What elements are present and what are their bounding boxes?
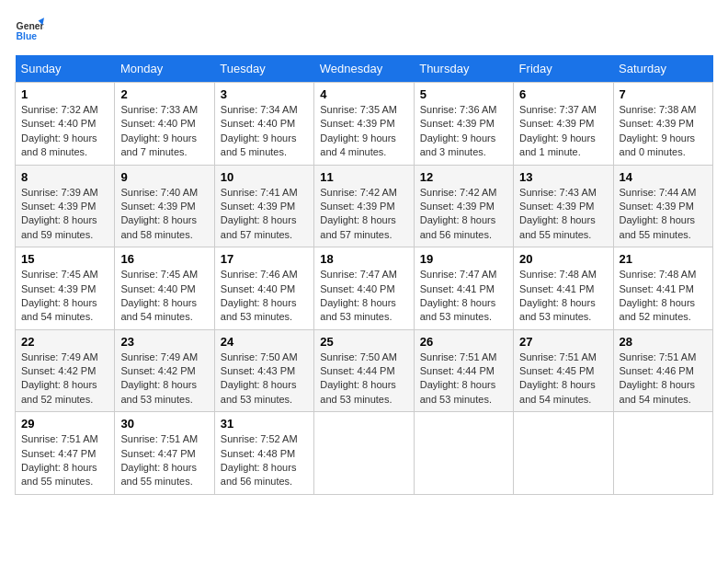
day-number: 26 xyxy=(420,335,507,349)
day-number: 14 xyxy=(620,170,707,184)
day-content: Sunrise: 7:33 AMSunset: 4:40 PMDaylight:… xyxy=(120,103,208,160)
day-number: 20 xyxy=(519,252,607,266)
day-content: Sunrise: 7:40 AMSunset: 4:39 PMDaylight:… xyxy=(120,186,208,243)
calendar-cell: 25Sunrise: 7:50 AMSunset: 4:44 PMDayligh… xyxy=(314,329,414,412)
calendar-cell: 16Sunrise: 7:45 AMSunset: 4:40 PMDayligh… xyxy=(115,247,214,330)
day-number: 29 xyxy=(21,417,108,431)
day-content: Sunrise: 7:43 AMSunset: 4:39 PMDaylight:… xyxy=(519,186,607,243)
weekday-friday: Friday xyxy=(514,55,613,83)
calendar-cell: 26Sunrise: 7:51 AMSunset: 4:44 PMDayligh… xyxy=(414,329,513,412)
week-row-1: 1Sunrise: 7:32 AMSunset: 4:40 PMDaylight… xyxy=(16,83,713,166)
calendar-cell: 5Sunrise: 7:36 AMSunset: 4:39 PMDaylight… xyxy=(414,83,513,166)
day-number: 21 xyxy=(620,252,707,266)
calendar-cell xyxy=(514,412,613,495)
day-number: 2 xyxy=(120,87,208,101)
weekday-header-row: SundayMondayTuesdayWednesdayThursdayFrid… xyxy=(16,55,713,83)
day-number: 3 xyxy=(221,87,308,101)
day-content: Sunrise: 7:47 AMSunset: 4:41 PMDaylight:… xyxy=(420,268,507,325)
day-content: Sunrise: 7:35 AMSunset: 4:39 PMDaylight:… xyxy=(320,103,407,160)
calendar-cell: 6Sunrise: 7:37 AMSunset: 4:39 PMDaylight… xyxy=(514,83,613,166)
week-row-3: 15Sunrise: 7:45 AMSunset: 4:39 PMDayligh… xyxy=(16,247,713,330)
calendar-cell: 22Sunrise: 7:49 AMSunset: 4:42 PMDayligh… xyxy=(16,329,115,412)
day-number: 22 xyxy=(21,335,108,349)
day-content: Sunrise: 7:39 AMSunset: 4:39 PMDaylight:… xyxy=(21,186,108,243)
day-number: 6 xyxy=(519,87,607,101)
calendar-cell: 27Sunrise: 7:51 AMSunset: 4:45 PMDayligh… xyxy=(514,329,613,412)
calendar-cell: 14Sunrise: 7:44 AMSunset: 4:39 PMDayligh… xyxy=(613,165,712,247)
day-content: Sunrise: 7:41 AMSunset: 4:39 PMDaylight:… xyxy=(221,186,308,243)
calendar-cell: 15Sunrise: 7:45 AMSunset: 4:39 PMDayligh… xyxy=(16,247,115,330)
weekday-thursday: Thursday xyxy=(414,55,513,83)
weekday-monday: Monday xyxy=(115,55,214,83)
day-number: 28 xyxy=(620,335,707,349)
calendar-cell: 8Sunrise: 7:39 AMSunset: 4:39 PMDaylight… xyxy=(16,165,115,247)
day-number: 25 xyxy=(320,335,407,349)
logo: General Blue xyxy=(15,15,44,44)
calendar-cell: 17Sunrise: 7:46 AMSunset: 4:40 PMDayligh… xyxy=(214,247,313,330)
day-number: 8 xyxy=(21,170,108,184)
calendar-cell: 2Sunrise: 7:33 AMSunset: 4:40 PMDaylight… xyxy=(115,83,214,166)
day-content: Sunrise: 7:46 AMSunset: 4:40 PMDaylight:… xyxy=(221,268,308,325)
calendar-cell: 12Sunrise: 7:42 AMSunset: 4:39 PMDayligh… xyxy=(414,165,513,247)
calendar-cell xyxy=(414,412,513,495)
calendar-cell: 10Sunrise: 7:41 AMSunset: 4:39 PMDayligh… xyxy=(214,165,313,247)
day-number: 12 xyxy=(420,170,507,184)
calendar-body: 1Sunrise: 7:32 AMSunset: 4:40 PMDaylight… xyxy=(16,83,713,495)
calendar-cell: 21Sunrise: 7:48 AMSunset: 4:41 PMDayligh… xyxy=(613,247,712,330)
day-number: 1 xyxy=(21,87,108,101)
day-number: 7 xyxy=(620,87,707,101)
day-content: Sunrise: 7:51 AMSunset: 4:47 PMDaylight:… xyxy=(120,432,208,489)
calendar-cell: 19Sunrise: 7:47 AMSunset: 4:41 PMDayligh… xyxy=(414,247,513,330)
weekday-wednesday: Wednesday xyxy=(314,55,414,83)
calendar-cell: 13Sunrise: 7:43 AMSunset: 4:39 PMDayligh… xyxy=(514,165,613,247)
day-number: 27 xyxy=(519,335,607,349)
week-row-2: 8Sunrise: 7:39 AMSunset: 4:39 PMDaylight… xyxy=(16,165,713,247)
calendar-cell xyxy=(613,412,712,495)
weekday-saturday: Saturday xyxy=(613,55,712,83)
day-content: Sunrise: 7:44 AMSunset: 4:39 PMDaylight:… xyxy=(620,186,707,243)
day-number: 4 xyxy=(320,87,407,101)
calendar-cell: 11Sunrise: 7:42 AMSunset: 4:39 PMDayligh… xyxy=(314,165,414,247)
calendar-cell: 28Sunrise: 7:51 AMSunset: 4:46 PMDayligh… xyxy=(613,329,712,412)
day-number: 18 xyxy=(320,252,407,266)
weekday-tuesday: Tuesday xyxy=(214,55,313,83)
day-content: Sunrise: 7:42 AMSunset: 4:39 PMDaylight:… xyxy=(320,186,407,243)
calendar-cell: 31Sunrise: 7:52 AMSunset: 4:48 PMDayligh… xyxy=(214,412,313,495)
day-content: Sunrise: 7:32 AMSunset: 4:40 PMDaylight:… xyxy=(21,103,108,160)
day-content: Sunrise: 7:51 AMSunset: 4:47 PMDaylight:… xyxy=(21,432,108,489)
day-number: 10 xyxy=(221,170,308,184)
calendar-cell: 18Sunrise: 7:47 AMSunset: 4:40 PMDayligh… xyxy=(314,247,414,330)
day-number: 30 xyxy=(120,417,208,431)
day-content: Sunrise: 7:45 AMSunset: 4:40 PMDaylight:… xyxy=(120,268,208,325)
calendar-cell: 30Sunrise: 7:51 AMSunset: 4:47 PMDayligh… xyxy=(115,412,214,495)
week-row-5: 29Sunrise: 7:51 AMSunset: 4:47 PMDayligh… xyxy=(16,412,713,495)
day-content: Sunrise: 7:45 AMSunset: 4:39 PMDaylight:… xyxy=(21,268,108,325)
calendar-cell: 7Sunrise: 7:38 AMSunset: 4:39 PMDaylight… xyxy=(613,83,712,166)
week-row-4: 22Sunrise: 7:49 AMSunset: 4:42 PMDayligh… xyxy=(16,329,713,412)
day-number: 15 xyxy=(21,252,108,266)
day-content: Sunrise: 7:48 AMSunset: 4:41 PMDaylight:… xyxy=(620,268,707,325)
day-number: 11 xyxy=(320,170,407,184)
calendar-cell: 3Sunrise: 7:34 AMSunset: 4:40 PMDaylight… xyxy=(214,83,313,166)
day-number: 19 xyxy=(420,252,507,266)
day-content: Sunrise: 7:49 AMSunset: 4:42 PMDaylight:… xyxy=(21,350,108,408)
day-content: Sunrise: 7:52 AMSunset: 4:48 PMDaylight:… xyxy=(221,432,308,489)
calendar-cell: 9Sunrise: 7:40 AMSunset: 4:39 PMDaylight… xyxy=(115,165,214,247)
day-number: 17 xyxy=(221,252,308,266)
day-content: Sunrise: 7:34 AMSunset: 4:40 PMDaylight:… xyxy=(221,103,308,160)
day-number: 23 xyxy=(120,335,208,349)
day-number: 13 xyxy=(519,170,607,184)
logo-icon: General Blue xyxy=(15,15,44,44)
day-content: Sunrise: 7:50 AMSunset: 4:43 PMDaylight:… xyxy=(221,350,308,408)
day-content: Sunrise: 7:51 AMSunset: 4:46 PMDaylight:… xyxy=(620,350,707,408)
day-content: Sunrise: 7:49 AMSunset: 4:42 PMDaylight:… xyxy=(120,350,208,408)
svg-text:General: General xyxy=(17,21,44,31)
page-header: General Blue xyxy=(15,15,713,44)
day-content: Sunrise: 7:48 AMSunset: 4:41 PMDaylight:… xyxy=(519,268,607,325)
calendar-table: SundayMondayTuesdayWednesdayThursdayFrid… xyxy=(15,55,713,495)
calendar-cell: 29Sunrise: 7:51 AMSunset: 4:47 PMDayligh… xyxy=(16,412,115,495)
day-number: 9 xyxy=(120,170,208,184)
day-content: Sunrise: 7:37 AMSunset: 4:39 PMDaylight:… xyxy=(519,103,607,160)
day-number: 16 xyxy=(120,252,208,266)
day-number: 31 xyxy=(221,417,308,431)
